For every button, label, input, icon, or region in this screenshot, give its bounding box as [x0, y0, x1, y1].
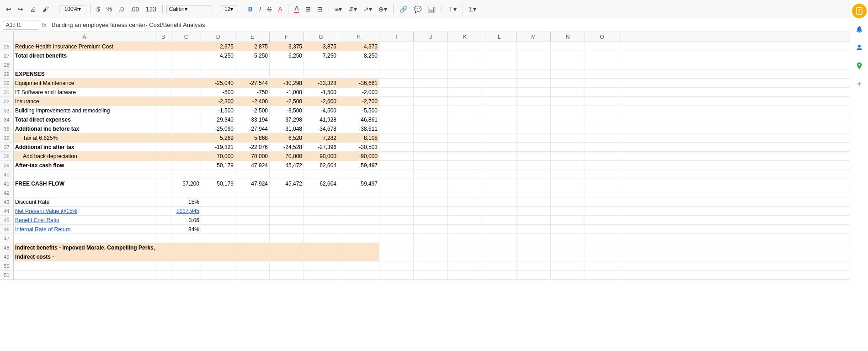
borders-button[interactable]: ⊞ — [303, 4, 313, 14]
cell-e[interactable]: -22,076 — [235, 143, 270, 151]
cell-f[interactable]: -31,048 — [270, 124, 304, 133]
cell-l[interactable] — [482, 216, 517, 224]
cell-g[interactable] — [304, 216, 338, 224]
cell-f[interactable]: -2,500 — [270, 97, 304, 106]
cell-l[interactable] — [482, 225, 517, 234]
cell-l[interactable] — [482, 115, 517, 124]
cell-o[interactable] — [585, 179, 619, 188]
cell-m[interactable] — [517, 271, 551, 279]
cell-c[interactable] — [171, 133, 201, 142]
cell-m[interactable] — [517, 234, 551, 243]
cell-l[interactable] — [482, 252, 517, 261]
cell-o[interactable] — [585, 234, 619, 243]
cell-m[interactable] — [517, 133, 551, 142]
cell-k[interactable] — [448, 60, 482, 69]
table-row[interactable]: 49Indirect costs - — [0, 252, 868, 261]
cell-l[interactable] — [482, 207, 517, 215]
cell-c[interactable]: 15% — [171, 197, 201, 206]
cell-c[interactable] — [171, 261, 201, 270]
cell-a[interactable]: Net Present Value @15% — [14, 207, 155, 215]
cell-a[interactable]: Additional inc before tax — [14, 124, 155, 133]
cell-a[interactable]: Indirect costs - — [14, 252, 155, 261]
cell-e[interactable] — [235, 225, 270, 234]
cell-o[interactable] — [585, 97, 619, 106]
cell-j[interactable] — [414, 51, 448, 60]
cell-e[interactable] — [235, 261, 270, 270]
cell-i[interactable] — [379, 42, 414, 51]
cell-a[interactable] — [14, 188, 155, 197]
cell-n[interactable] — [551, 161, 585, 170]
cell-j[interactable] — [414, 225, 448, 234]
cell-m[interactable] — [517, 106, 551, 115]
cell-e[interactable]: -2,500 — [235, 106, 270, 115]
cell-i[interactable] — [379, 143, 414, 151]
cell-n[interactable] — [551, 271, 585, 279]
cell-j[interactable] — [414, 243, 448, 252]
cell-o[interactable] — [585, 152, 619, 160]
cell-i[interactable] — [379, 261, 414, 270]
cell-f[interactable]: -24,528 — [270, 143, 304, 151]
col-header-n[interactable]: N — [551, 32, 585, 42]
cell-m[interactable] — [517, 188, 551, 197]
cell-e[interactable] — [235, 188, 270, 197]
cell-k[interactable] — [448, 197, 482, 206]
cell-o[interactable] — [585, 42, 619, 51]
cell-l[interactable] — [482, 69, 517, 78]
cell-h[interactable]: 59,497 — [338, 179, 379, 188]
cell-h[interactable]: 8,250 — [338, 51, 379, 60]
cell-i[interactable] — [379, 216, 414, 224]
cell-a[interactable]: Total direct benefits — [14, 51, 155, 60]
cell-f[interactable]: 3,375 — [270, 42, 304, 51]
cell-n[interactable] — [551, 252, 585, 261]
cell-k[interactable] — [448, 88, 482, 96]
redo-button[interactable]: ↪ — [16, 4, 26, 14]
cell-f[interactable]: 6,520 — [270, 133, 304, 142]
cell-l[interactable] — [482, 197, 517, 206]
cell-i[interactable] — [379, 161, 414, 170]
cell-k[interactable] — [448, 51, 482, 60]
cell-o[interactable] — [585, 79, 619, 87]
cell-k[interactable] — [448, 161, 482, 170]
cell-l[interactable] — [482, 143, 517, 151]
cell-e[interactable] — [235, 207, 270, 215]
cell-f[interactable] — [270, 197, 304, 206]
cell-m[interactable] — [517, 216, 551, 224]
cell-i[interactable] — [379, 60, 414, 69]
cell-i[interactable] — [379, 207, 414, 215]
cell-f[interactable]: -30,298 — [270, 79, 304, 87]
cell-b[interactable] — [155, 234, 171, 243]
cell-c[interactable] — [171, 106, 201, 115]
cell-b[interactable] — [155, 69, 171, 78]
cell-e[interactable] — [235, 197, 270, 206]
cell-d[interactable] — [201, 188, 235, 197]
cell-j[interactable] — [414, 207, 448, 215]
cell-b[interactable] — [155, 207, 171, 215]
cell-n[interactable] — [551, 261, 585, 270]
cell-h[interactable]: 90,000 — [338, 152, 379, 160]
cell-n[interactable] — [551, 143, 585, 151]
cell-c[interactable] — [171, 97, 201, 106]
table-row[interactable]: 42 — [0, 188, 868, 197]
cell-o[interactable] — [585, 51, 619, 60]
cell-m[interactable] — [517, 143, 551, 151]
add-sidebar-button[interactable]: + — [852, 77, 867, 91]
cell-c[interactable] — [171, 188, 201, 197]
bold-button[interactable]: B — [246, 4, 255, 14]
cell-a[interactable]: Internal Rate of Return — [14, 225, 155, 234]
cell-n[interactable] — [551, 69, 585, 78]
cell-h[interactable] — [338, 225, 379, 234]
cell-o[interactable] — [585, 161, 619, 170]
cell-n[interactable] — [551, 197, 585, 206]
font-size-selector[interactable]: 12▾ — [220, 5, 238, 13]
cell-j[interactable] — [414, 234, 448, 243]
col-header-b[interactable]: B — [155, 32, 171, 42]
cell-j[interactable] — [414, 106, 448, 115]
cell-f[interactable]: -37,298 — [270, 115, 304, 124]
cell-j[interactable] — [414, 97, 448, 106]
cell-a[interactable]: Total direct expenses — [14, 115, 155, 124]
cell-b[interactable] — [155, 115, 171, 124]
cell-d[interactable] — [201, 225, 235, 234]
cell-j[interactable] — [414, 261, 448, 270]
cell-k[interactable] — [448, 188, 482, 197]
cell-e[interactable]: 47,924 — [235, 179, 270, 188]
